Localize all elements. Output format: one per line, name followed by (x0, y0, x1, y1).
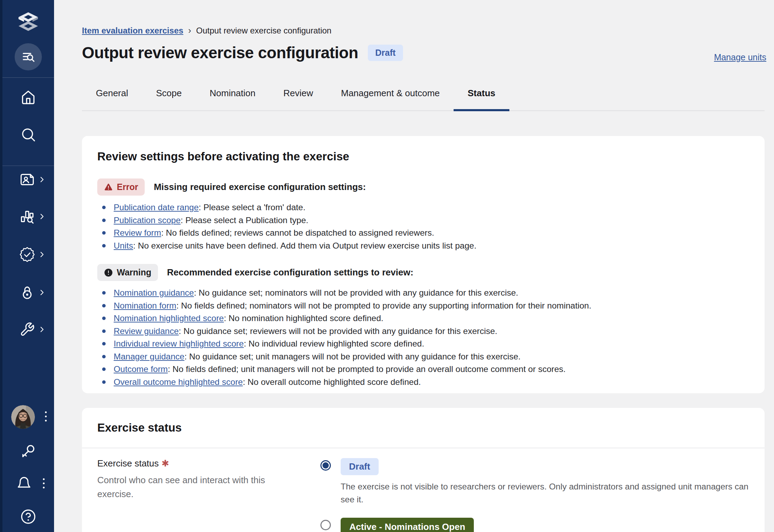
sidebar-item-admin-tools[interactable] (2, 321, 56, 337)
user-avatar[interactable] (11, 405, 35, 429)
status-option-draft: Draft The exercise is not visible to res… (320, 458, 749, 506)
sidebar-item-notifications[interactable] (16, 476, 32, 492)
field-label: Exercise status✱ (97, 458, 320, 469)
sidebar-item-key[interactable] (20, 443, 36, 459)
field-label-text: Exercise status (97, 458, 159, 469)
manage-units-link[interactable]: Manage units (714, 52, 766, 62)
exercise-status-card: Exercise status Exercise status✱ Control… (82, 408, 765, 532)
active-option-badge[interactable]: Active - Nominations Open (341, 518, 474, 532)
sidebar-divider (2, 77, 54, 78)
tab-general[interactable]: General (82, 79, 142, 110)
tab-status[interactable]: Status (454, 79, 509, 110)
status-options: Draft The exercise is not visible to res… (320, 458, 749, 532)
sidebar-item-help[interactable] (20, 508, 37, 525)
search-icon (20, 127, 36, 143)
sidebar-item-profiles[interactable] (2, 172, 56, 188)
error-triangle-icon (104, 183, 113, 192)
issue-text: : No fields defined; unit managers will … (168, 364, 566, 374)
draft-option-badge[interactable]: Draft (341, 458, 379, 475)
contact-card-icon (20, 172, 35, 187)
warning-circle-icon (104, 268, 113, 277)
sidebar-item-open-access[interactable] (2, 284, 56, 301)
list-search-button[interactable] (15, 43, 42, 70)
help-icon (20, 508, 37, 525)
tab-bar: General Scope Nomination Review Manageme… (82, 79, 765, 111)
sidebar-item-assessment[interactable] (2, 246, 56, 263)
list-item: Individual review highlighted score: No … (102, 337, 749, 350)
warning-issue-list: Nomination guidance: No guidance set; no… (97, 287, 749, 388)
radio-draft[interactable] (320, 460, 331, 471)
breadcrumb-separator: › (183, 25, 196, 36)
issue-link[interactable]: Overall outcome highlighted score (114, 377, 243, 387)
chevron-right-icon (38, 326, 46, 333)
chevron-right-icon (38, 289, 46, 296)
required-marker: ✱ (161, 458, 169, 469)
issue-link[interactable]: Individual review highlighted score (114, 339, 244, 348)
tab-scope[interactable]: Scope (142, 79, 196, 110)
page: { "sidebar": { "icons": [ {"name": "app-… (0, 0, 774, 532)
warning-badge: Warning (97, 264, 158, 281)
sidebar-item-search[interactable] (20, 127, 36, 143)
issue-text: : No individual review highlighted score… (244, 339, 424, 348)
notifications-menu-button[interactable] (43, 478, 45, 488)
list-search-icon (21, 50, 36, 64)
list-item: Publication date range: Please select a … (102, 201, 749, 214)
list-item: Review guidance: No guidance set; review… (102, 325, 749, 338)
review-settings-card: Review settings before activating the ex… (82, 136, 765, 393)
issue-text: : Please select a 'from' date. (199, 203, 305, 212)
list-item: Manager guidance: No guidance set; unit … (102, 350, 749, 363)
sidebar-item-reporting[interactable] (2, 208, 56, 225)
app-logo (17, 12, 40, 32)
exercise-status-field: Exercise status✱ Control who can see and… (82, 448, 765, 532)
tab-management-outcome[interactable]: Management & outcome (327, 79, 454, 110)
chevron-right-icon (38, 213, 46, 220)
warning-badge-label: Warning (117, 267, 151, 278)
avatar-menu-button[interactable] (45, 411, 47, 421)
breadcrumb-current: Output review exercise configuration (196, 26, 332, 36)
status-badge: Draft (368, 45, 403, 61)
list-item: Outcome form: No fields defined; unit ma… (102, 363, 749, 376)
radio-active-nominations-open[interactable] (320, 520, 331, 530)
error-heading: Missing required exercise configuration … (154, 182, 366, 192)
sidebar (0, 0, 54, 532)
tab-review[interactable]: Review (270, 79, 327, 110)
app-logo-icon (17, 12, 40, 32)
issue-link[interactable]: Units (114, 241, 133, 250)
field-description: Control who can see and interact with th… (97, 473, 279, 501)
issue-text: : No guidance set; unit managers will no… (184, 352, 521, 361)
issue-link[interactable]: Manager guidance (114, 352, 184, 361)
issue-link[interactable]: Outcome form (114, 364, 168, 374)
issue-text: : No guidance set; reviewers will not be… (179, 326, 498, 336)
list-item: Overall outcome highlighted score: No ov… (102, 376, 749, 389)
issue-link[interactable]: Publication scope (114, 215, 181, 225)
list-item: Publication scope: Please select a Publi… (102, 214, 749, 227)
issue-link[interactable]: Nomination form (114, 301, 176, 310)
issue-text: : No exercise units have been defined. A… (133, 241, 477, 250)
page-title: Output review exercise configuration (82, 43, 358, 62)
list-item: Nomination form: No fields defined; nomi… (102, 299, 749, 312)
draft-option-description: The exercise is not visible to researche… (341, 480, 749, 506)
issue-link[interactable]: Review guidance (114, 326, 179, 336)
issue-link[interactable]: Publication date range (114, 203, 199, 212)
issue-text: : No fields defined; nominators will not… (176, 301, 591, 310)
list-item: Review form: No fields defined; reviews … (102, 227, 749, 240)
wrench-icon (20, 322, 35, 337)
sidebar-item-home[interactable] (20, 89, 36, 105)
vertical-dots-icon (45, 411, 47, 421)
issue-text: : No guidance set; nominators will not b… (194, 288, 518, 297)
error-badge-label: Error (117, 182, 138, 192)
error-issue-list: Publication date range: Please select a … (97, 201, 749, 252)
vertical-dots-icon (43, 478, 45, 488)
issue-text: : Please select a Publication type. (181, 215, 308, 225)
issue-link[interactable]: Nomination highlighted score (114, 313, 224, 323)
list-item: Nomination highlighted score: No nominat… (102, 312, 749, 325)
issue-link[interactable]: Nomination guidance (114, 288, 194, 297)
breadcrumb-link-item-evaluation-exercises[interactable]: Item evaluation exercises (82, 26, 183, 36)
key-icon (20, 443, 36, 459)
warning-heading: Recommended exercise configuration setti… (167, 267, 413, 278)
list-item: Nomination guidance: No guidance set; no… (102, 287, 749, 299)
option-body: Active - Nominations Open The exercise i… (341, 518, 749, 532)
issue-link[interactable]: Review form (114, 228, 161, 237)
tab-nomination[interactable]: Nomination (196, 79, 270, 110)
avatar (11, 405, 35, 429)
